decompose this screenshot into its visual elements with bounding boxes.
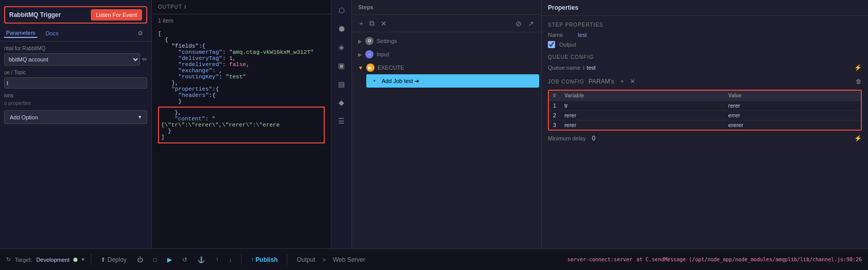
publish-label: Publish <box>255 256 278 263</box>
web-server-label: Web Server <box>333 256 365 263</box>
add-step-button[interactable]: + <box>358 18 364 29</box>
queue-name-value: test <box>587 65 596 71</box>
listen-event-button[interactable]: Listen For Event <box>91 9 142 20</box>
col-num: # <box>549 91 560 101</box>
add-param-button[interactable]: + <box>618 77 626 86</box>
close-step-button[interactable]: ✕ <box>380 18 388 29</box>
code-line: { <box>158 37 325 43</box>
code-line: "properties":{ <box>158 86 325 92</box>
code-line: "redelivered": false, <box>158 61 325 68</box>
tab-parameters[interactable]: Parameters <box>4 29 37 38</box>
steps-content: ▶ ⚙ Settings ▶ → Input ▼ ▶ EXECUTE + Add… <box>352 32 541 248</box>
name-label: Name <box>548 32 574 38</box>
table-icon[interactable]: ▣ <box>336 59 347 72</box>
step-settings[interactable]: ▶ ⚙ Settings <box>354 34 539 48</box>
deploy-button[interactable]: ⬆ Deploy <box>97 255 129 264</box>
output-checkbox[interactable] <box>548 41 555 48</box>
credentials-section: ntial for RabbitMQ bbitMQ account ✏ ue /… <box>0 41 151 128</box>
queue-name-row: Queue name ℹ test ⚡ <box>548 64 862 71</box>
min-delay-row: Minimum delay 0 ⚡ <box>548 135 862 142</box>
delete-param-button[interactable]: 🗑 <box>856 78 862 85</box>
queue-name-info-icon: ℹ <box>583 65 585 71</box>
publish-button[interactable]: ↑ Publish <box>248 255 281 264</box>
row2-val: errer <box>724 111 861 120</box>
job-config-title: JOB CONFIG <box>548 79 584 85</box>
anchor-button[interactable]: ⚓ <box>194 255 208 264</box>
status-bar: ↻ Target: Development ▾ ⬆ Deploy ⏻ □ ▶ ↺… <box>0 248 868 270</box>
up-button[interactable]: ↑ <box>212 255 222 264</box>
dropdown-arrow[interactable]: ▾ <box>82 256 85 263</box>
list-icon[interactable]: ☰ <box>336 115 347 127</box>
publish-icon: ↑ <box>251 256 254 263</box>
deploy-label: Deploy <box>107 256 126 263</box>
queue-name-label: Queue name <box>548 65 581 71</box>
code-line: ] <box>161 134 322 140</box>
settings-icon[interactable]: ⚙ <box>133 28 147 39</box>
params-label[interactable]: PARAM's <box>586 77 616 86</box>
output-code: [ { "fields":{ "consumerTag": "amq.ctag-… <box>152 27 331 248</box>
output-row: Output <box>548 41 862 48</box>
row1-val: rerer <box>724 101 861 111</box>
steps-panel: Steps + ⧉ ✕ ⊘ ↗ ▶ ⚙ Settings ▶ → Input <box>352 0 542 248</box>
credentials-row: bbitMQ account ✏ <box>4 53 147 66</box>
output-highlight-section: }, "content": "{\"tr\":\"rerer\",\"rerer… <box>158 107 325 143</box>
step-add-job[interactable]: + Add Job test ➜ <box>366 74 539 88</box>
properties-header: Properties <box>542 0 868 16</box>
step-execute[interactable]: ▼ ▶ EXECUTE <box>354 61 539 74</box>
down-button[interactable]: ↓ <box>226 255 235 264</box>
close-param-button[interactable]: ✕ <box>628 77 637 86</box>
name-row: Name test <box>548 32 862 38</box>
step-add-job-label: Add Job test ➜ <box>382 78 419 85</box>
play-button[interactable]: ▶ <box>164 255 175 264</box>
settings-step-icon: ⚙ <box>365 37 373 45</box>
row1-var: tr <box>560 101 724 111</box>
code-line: "deliveryTag": 1, <box>158 55 325 61</box>
reload-button[interactable]: ↺ <box>179 255 190 264</box>
code-line: "content": "{\"tr\":\"rerer\",\"rerer\":… <box>161 116 322 128</box>
export-step-button[interactable]: ↗ <box>527 18 535 29</box>
web-server-button[interactable]: Web Server <box>330 255 368 264</box>
code-line: "routingKey": "test" <box>158 74 325 80</box>
diamond-icon[interactable]: ◆ <box>337 96 346 109</box>
credentials-select[interactable]: bbitMQ account <box>4 53 140 66</box>
grid-icon[interactable]: ▤ <box>336 78 347 90</box>
output-button[interactable]: Output <box>293 255 318 264</box>
copy-step-button[interactable]: ⧉ <box>368 18 376 29</box>
add-option-button[interactable]: Add Option ▾ <box>4 110 147 124</box>
add-job-icon: + <box>370 77 379 85</box>
chevron-down-icon: ▾ <box>139 114 142 120</box>
code-line: [ <box>158 31 325 37</box>
min-delay-label: Minimum delay <box>548 135 586 141</box>
power-button[interactable]: ⏻ <box>134 255 146 264</box>
error-text: at C.sendMessage (/opt/node_app/node_mod… <box>637 257 862 262</box>
code-line: "fields":{ <box>158 43 325 49</box>
code-line: "exchange": , <box>158 68 325 74</box>
lightning2-icon: ⚡ <box>854 135 862 142</box>
code-line: "consumerTag": "amq.ctag-vkW1GkxM_w312T" <box>158 49 325 55</box>
params-table: # Variable Value 1 tr rerer 2 <box>548 90 862 131</box>
no-properties-text: o properties <box>4 100 147 106</box>
tab-docs[interactable]: Docs <box>44 29 61 37</box>
output-count: 1 item <box>152 14 331 27</box>
deploy-icon: ⬆ <box>101 256 106 263</box>
queue-input[interactable] <box>4 77 147 89</box>
refresh-icon[interactable]: ↻ <box>6 256 11 263</box>
output-header: OUTPUT ℹ <box>152 0 331 14</box>
disable-step-button[interactable]: ⊘ <box>515 18 523 29</box>
step-properties-title: STEP PROPERTIES <box>548 22 862 28</box>
col-variable: Variable <box>560 91 724 101</box>
connect-icon[interactable]: ⬢ <box>337 23 347 35</box>
code-line: } <box>161 128 322 134</box>
left-trigger-panel: RabbitMQ Trigger Listen For Event Parame… <box>0 0 152 248</box>
step-input[interactable]: ▶ → Input <box>354 48 539 61</box>
bookmark-button[interactable]: □ <box>150 255 160 264</box>
target-label: Target: <box>15 257 32 263</box>
edit-icon[interactable]: ✏ <box>142 56 147 63</box>
status-left: ↻ Target: Development ▾ ⬆ Deploy ⏻ □ ▶ ↺… <box>6 255 563 265</box>
lightning-icon: ⚡ <box>854 64 862 71</box>
workflow-icon[interactable]: ⬡ <box>337 4 347 16</box>
trigger-header: RabbitMQ Trigger Listen For Event <box>4 6 147 24</box>
chevron-down-icon2: ▼ <box>358 65 363 71</box>
output-panel: OUTPUT ℹ 1 item [ { "fields":{ "consumer… <box>152 0 331 248</box>
data-icon[interactable]: ◈ <box>337 41 346 53</box>
